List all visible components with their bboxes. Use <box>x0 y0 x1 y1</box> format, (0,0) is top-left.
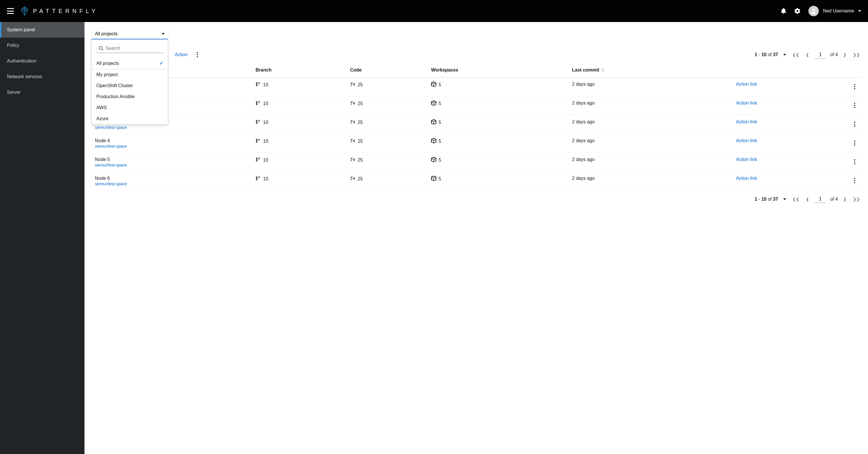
branch-value: 10 <box>263 120 268 125</box>
bell-icon[interactable] <box>781 8 786 14</box>
workspaces-value: 5 <box>439 158 441 163</box>
code-icon <box>350 176 355 182</box>
context-selector-label: All projects <box>95 31 118 36</box>
items-per-page-toggle-bottom[interactable] <box>783 198 786 200</box>
pagination-prev[interactable]: ❮ <box>805 51 810 58</box>
brand-text: PATTERNFLY <box>33 8 98 15</box>
row-kebab[interactable] <box>852 176 858 186</box>
pagination-last[interactable]: ❯❯ <box>852 51 861 58</box>
code-value: 25 <box>358 82 363 87</box>
sidebar-item-policy[interactable]: Policy <box>0 38 85 53</box>
branch-value: 10 <box>263 139 268 144</box>
sidebar-item-network-services[interactable]: Network services <box>0 69 85 85</box>
workspaces-value: 5 <box>439 101 441 106</box>
pagination-next[interactable]: ❯ <box>842 51 848 58</box>
column-header-workspaces[interactable]: Workspaces <box>428 62 568 78</box>
node-name: Node 5 <box>95 157 249 162</box>
row-kebab[interactable] <box>852 119 858 129</box>
context-option-all-projects[interactable]: All projects✓ <box>92 58 168 69</box>
gear-icon[interactable] <box>795 8 800 14</box>
context-selector: All projects All projects✓My projectOpen… <box>91 29 168 39</box>
context-selector-menu: All projects✓My projectOpenShift Cluster… <box>91 39 168 124</box>
svg-point-0 <box>812 9 815 11</box>
username-label: Ned Username <box>823 8 854 13</box>
node-link[interactable]: siemur/test-space <box>95 125 249 130</box>
column-header-branch[interactable]: Branch <box>252 62 347 78</box>
masthead: PATTERNFLY Ned Username <box>0 0 868 22</box>
pagination-prev-bottom[interactable]: ❮ <box>805 196 810 203</box>
row-action-link[interactable]: Action link <box>736 176 757 181</box>
sidebar-item-system-panel[interactable]: System panel <box>0 22 85 38</box>
sidebar-item-server[interactable]: Server <box>0 85 85 100</box>
row-kebab[interactable] <box>852 138 858 148</box>
servers-table: Name Branch Code Workspaces Last commit⇅… <box>91 62 861 191</box>
pagination-of-pages-bottom: of 4 <box>830 197 838 202</box>
cube-icon <box>431 157 436 163</box>
user-dropdown[interactable]: Ned Username <box>808 6 861 16</box>
node-link[interactable]: siemur/test-space <box>95 163 249 167</box>
row-action-link[interactable]: Action link <box>736 157 757 162</box>
logo-icon <box>20 6 30 16</box>
last-commit-value: 2 days ago <box>568 134 733 153</box>
cube-icon <box>431 119 436 126</box>
code-icon <box>350 82 355 88</box>
pagination-first[interactable]: ❮❮ <box>791 51 801 58</box>
branch-icon <box>255 176 261 182</box>
toolbar-kebab[interactable] <box>194 50 200 60</box>
pagination-page-input[interactable] <box>814 51 826 59</box>
action-button[interactable]: Action <box>175 52 187 57</box>
branch-icon <box>255 101 261 107</box>
pagination-next-bottom[interactable]: ❯ <box>842 196 848 203</box>
context-selector-toggle[interactable]: All projects <box>91 29 168 39</box>
context-search-wrap <box>92 39 168 58</box>
hamburger-menu-button[interactable] <box>7 8 14 14</box>
items-per-page-toggle[interactable] <box>783 54 786 56</box>
node-name: Node 6 <box>95 176 249 181</box>
cube-icon <box>431 101 436 107</box>
context-search-input[interactable] <box>103 46 163 51</box>
column-header-code[interactable]: Code <box>347 62 428 78</box>
row-action-link[interactable]: Action link <box>736 119 757 124</box>
caret-down-icon <box>858 10 861 12</box>
pagination-last-bottom[interactable]: ❯❯ <box>852 196 861 203</box>
table-row: Node 1siemur/test-space102552 days agoAc… <box>91 78 861 96</box>
pagination-first-bottom[interactable]: ❮❮ <box>791 196 801 203</box>
brand-logo[interactable]: PATTERNFLY <box>20 6 98 16</box>
code-value: 25 <box>358 176 363 181</box>
table-row: Node 6siemur/test-space102552 days agoAc… <box>91 172 861 191</box>
column-header-last-commit[interactable]: Last commit⇅ <box>568 62 733 78</box>
code-icon <box>350 157 355 163</box>
node-link[interactable]: siemur/test-space <box>95 144 249 148</box>
row-kebab[interactable] <box>852 101 858 110</box>
code-icon <box>350 101 355 107</box>
pagination-page-input-bottom[interactable] <box>814 195 826 203</box>
branch-value: 10 <box>263 101 268 106</box>
row-action-link[interactable]: Action link <box>736 82 757 87</box>
branch-icon <box>255 82 261 88</box>
avatar <box>808 6 819 16</box>
code-value: 25 <box>358 158 363 163</box>
branch-value: 10 <box>263 158 268 163</box>
context-option-my-project[interactable]: My project <box>92 69 168 80</box>
pagination-range-bottom: 1 - 10 of 37 <box>754 197 778 202</box>
main-content: All projects All projects✓My projectOpen… <box>85 22 868 454</box>
context-option-azure[interactable]: Azure <box>92 113 168 124</box>
row-kebab[interactable] <box>852 82 858 91</box>
last-commit-value: 2 days ago <box>568 153 733 172</box>
code-icon <box>350 138 355 144</box>
row-action-link[interactable]: Action link <box>736 101 757 105</box>
node-link[interactable]: siemur/test-space <box>95 181 249 186</box>
workspaces-value: 5 <box>439 120 441 125</box>
context-option-openshift-cluster[interactable]: OpenShift Cluster <box>92 80 168 91</box>
pagination-bottom: 1 - 10 of 37 ❮❮ ❮ of 4 ❯ ❯❯ <box>91 191 861 207</box>
context-option-production-ansible[interactable]: Production Ansible <box>92 91 168 102</box>
sidebar-item-authentication[interactable]: Authentication <box>0 53 85 69</box>
branch-icon <box>255 119 261 126</box>
toolbar: Action 1 - 10 of 37 ❮❮ ❮ of 4 ❯ ❯❯ <box>91 50 861 60</box>
search-icon <box>99 46 103 51</box>
context-option-aws[interactable]: AWS <box>92 102 168 113</box>
row-kebab[interactable] <box>852 157 858 167</box>
last-commit-value: 2 days ago <box>568 172 733 191</box>
row-action-link[interactable]: Action link <box>736 138 757 143</box>
branch-value: 10 <box>263 176 268 181</box>
